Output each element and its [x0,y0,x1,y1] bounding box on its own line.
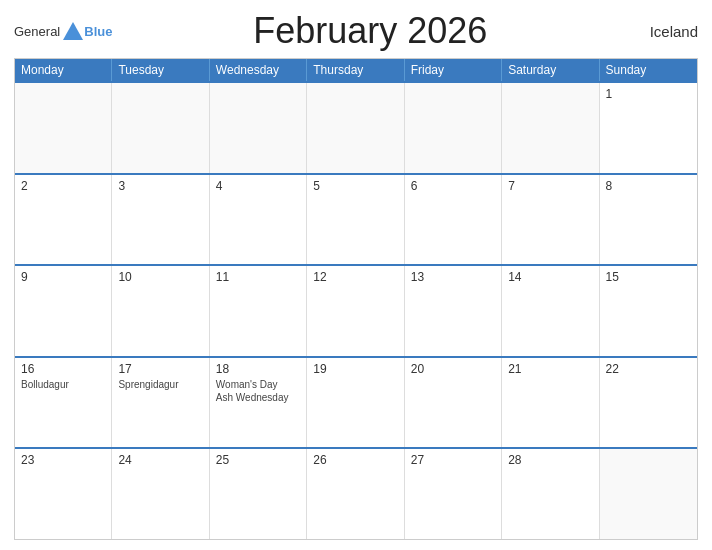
week-row-5: 232425262728 [15,447,697,539]
event-label: Sprengidagur [118,378,202,391]
day-cell: 11 [210,266,307,356]
week-row-2: 2345678 [15,173,697,265]
day-cell: 10 [112,266,209,356]
day-number: 7 [508,179,592,193]
day-cell [307,83,404,173]
day-cell: 2 [15,175,112,265]
event-label: Woman's Day [216,378,300,391]
day-cell: 24 [112,449,209,539]
day-cell: 3 [112,175,209,265]
day-cell: 7 [502,175,599,265]
day-number: 21 [508,362,592,376]
day-cell [112,83,209,173]
day-header-tuesday: Tuesday [112,59,209,81]
day-cell: 23 [15,449,112,539]
day-cell: 19 [307,358,404,448]
event-label: Bolludagur [21,378,105,391]
day-number: 27 [411,453,495,467]
day-cell [502,83,599,173]
day-cell: 26 [307,449,404,539]
day-cell: 28 [502,449,599,539]
day-header-saturday: Saturday [502,59,599,81]
day-number: 4 [216,179,300,193]
day-number: 25 [216,453,300,467]
day-number: 10 [118,270,202,284]
day-cell: 18Woman's DayAsh Wednesday [210,358,307,448]
header: General Blue February 2026 Iceland [14,10,698,52]
day-number: 9 [21,270,105,284]
logo-blue-text: Blue [84,24,112,39]
day-number: 5 [313,179,397,193]
day-cell [210,83,307,173]
day-number: 13 [411,270,495,284]
day-number: 1 [606,87,691,101]
day-number: 28 [508,453,592,467]
day-cell: 6 [405,175,502,265]
day-cell: 12 [307,266,404,356]
day-header-friday: Friday [405,59,502,81]
day-headers-row: MondayTuesdayWednesdayThursdayFridaySatu… [15,59,697,81]
day-cell: 27 [405,449,502,539]
day-number: 20 [411,362,495,376]
day-number: 22 [606,362,691,376]
day-number: 17 [118,362,202,376]
day-cell: 22 [600,358,697,448]
day-cell [15,83,112,173]
day-header-wednesday: Wednesday [210,59,307,81]
page: General Blue February 2026 Iceland Monda… [0,0,712,550]
day-cell: 20 [405,358,502,448]
day-cell: 21 [502,358,599,448]
day-cell [405,83,502,173]
day-header-thursday: Thursday [307,59,404,81]
day-cell: 14 [502,266,599,356]
day-cell: 13 [405,266,502,356]
logo: General Blue [14,20,112,42]
day-cell: 1 [600,83,697,173]
day-number: 14 [508,270,592,284]
logo-general-text: General [14,24,60,39]
day-number: 6 [411,179,495,193]
day-number: 19 [313,362,397,376]
day-number: 11 [216,270,300,284]
day-cell [600,449,697,539]
day-cell: 8 [600,175,697,265]
day-cell: 5 [307,175,404,265]
day-number: 8 [606,179,691,193]
country-label: Iceland [628,23,698,40]
day-number: 2 [21,179,105,193]
day-cell: 25 [210,449,307,539]
calendar-title: February 2026 [112,10,628,52]
svg-marker-0 [63,22,83,40]
day-number: 24 [118,453,202,467]
day-number: 12 [313,270,397,284]
day-header-monday: Monday [15,59,112,81]
day-cell: 9 [15,266,112,356]
week-row-4: 16Bolludagur17Sprengidagur18Woman's DayA… [15,356,697,448]
day-cell: 17Sprengidagur [112,358,209,448]
day-header-sunday: Sunday [600,59,697,81]
day-cell: 4 [210,175,307,265]
event-label: Ash Wednesday [216,391,300,404]
day-number: 15 [606,270,691,284]
week-row-3: 9101112131415 [15,264,697,356]
logo-icon [62,20,84,42]
weeks-container: 12345678910111213141516Bolludagur17Spren… [15,81,697,539]
day-cell: 16Bolludagur [15,358,112,448]
week-row-1: 1 [15,81,697,173]
day-number: 26 [313,453,397,467]
day-number: 16 [21,362,105,376]
day-cell: 15 [600,266,697,356]
day-number: 23 [21,453,105,467]
day-number: 18 [216,362,300,376]
calendar: MondayTuesdayWednesdayThursdayFridaySatu… [14,58,698,540]
day-number: 3 [118,179,202,193]
